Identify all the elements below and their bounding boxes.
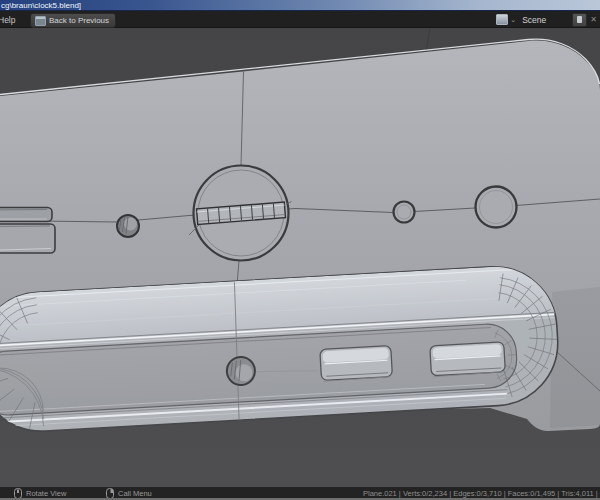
scene-statistics: Plane.021 | Verts:0/2,234 | Edges:0/3,71… — [363, 489, 600, 498]
scene-datablock-icon[interactable] — [496, 14, 508, 25]
editor-layout-icon — [35, 16, 46, 26]
screw-hole-large — [476, 187, 517, 228]
menu-help[interactable]: Help — [0, 15, 15, 25]
info-header: Help Back to Previous ⌄ Scene ✕ — [0, 11, 600, 28]
window-titlebar[interactable]: cg\braun\clock5.blend] — [0, 0, 600, 11]
scene-name[interactable]: Scene — [522, 15, 546, 25]
hanging-hole — [117, 215, 139, 237]
back-to-previous-label: Back to Previous — [49, 16, 109, 25]
scene-selector: ⌄ Scene ✕ — [496, 13, 598, 26]
recess-button-right — [430, 342, 506, 377]
mouse-middle-icon — [14, 488, 22, 499]
screw-hole-small — [394, 202, 415, 223]
blender-window: cg\braun\clock5.blend] Help Back to Prev… — [0, 0, 600, 500]
new-scene-button[interactable] — [572, 13, 587, 27]
chevron-down-icon[interactable]: ⌄ — [510, 16, 516, 24]
side-recess — [0, 208, 55, 254]
window-title: cg\braun\clock5.blend] — [1, 0, 81, 11]
back-to-previous-button[interactable]: Back to Previous — [30, 13, 116, 28]
hint-call-menu-label: Call Menu — [118, 489, 152, 498]
hint-rotate-view: Rotate View — [14, 488, 66, 499]
hint-call-menu: Call Menu — [106, 488, 152, 499]
status-bar: Rotate View Call Menu Plane.021 | Verts:… — [0, 487, 600, 500]
recess-button-left — [320, 346, 393, 382]
hint-rotate-label: Rotate View — [26, 489, 66, 498]
unlink-scene-icon[interactable]: ✕ — [590, 15, 597, 24]
viewport-3d[interactable] — [0, 28, 600, 487]
mouse-right-icon — [106, 488, 114, 499]
recess-hole — [226, 356, 256, 386]
